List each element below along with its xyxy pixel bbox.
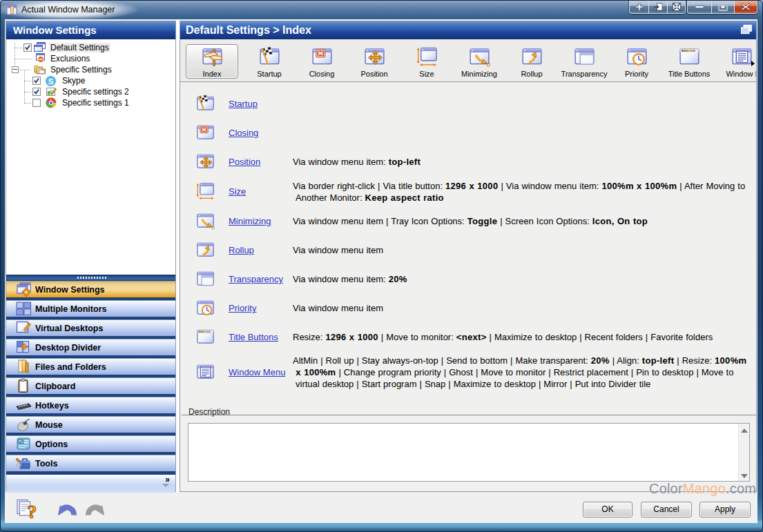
svg-text:S: S: [48, 77, 54, 86]
svg-text:?: ?: [28, 501, 37, 521]
